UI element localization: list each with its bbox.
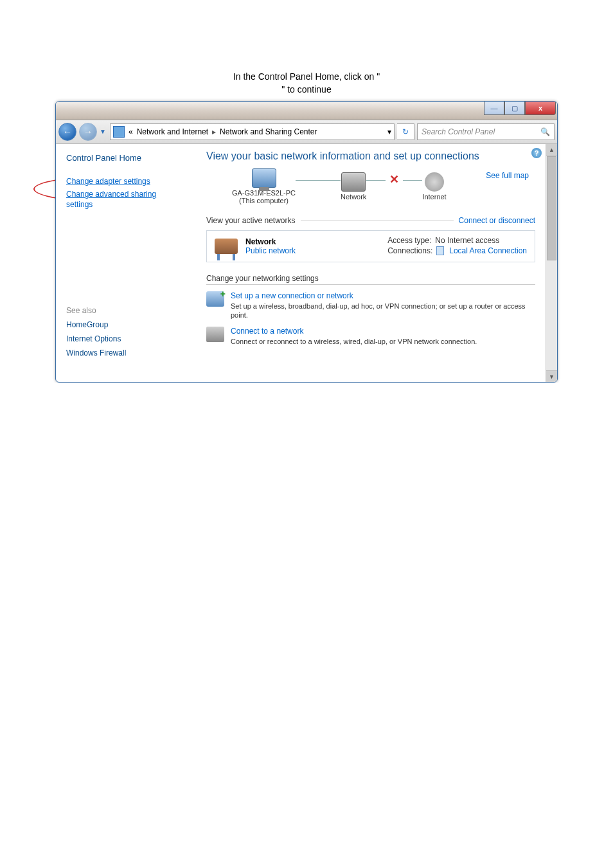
see-also-header: See also xyxy=(66,306,195,315)
network-device-icon xyxy=(341,172,366,192)
pc-icon xyxy=(252,168,276,188)
maximize-button[interactable]: ▢ xyxy=(504,102,525,115)
network-map: See full map GA-G31M-ES2L-PC (This compu… xyxy=(206,168,535,213)
change-settings-header: Change your networking settings xyxy=(206,274,535,285)
instruction-line2: " to continue xyxy=(281,84,331,95)
scroll-down-button[interactable]: ▼ xyxy=(546,370,557,382)
network-icon xyxy=(113,126,125,138)
connections-label: Connections: xyxy=(387,246,432,255)
search-input[interactable]: Search Control Panel 🔍 xyxy=(417,123,555,140)
refresh-button[interactable]: ↻ xyxy=(397,123,414,140)
nav-back-button[interactable]: ← xyxy=(58,123,76,141)
scroll-up-button[interactable]: ▲ xyxy=(546,144,557,156)
connect-disconnect-link[interactable]: Connect or disconnect xyxy=(459,216,535,225)
breadcrumb-dropdown[interactable]: ▾ xyxy=(387,127,391,136)
help-icon[interactable]: ? xyxy=(531,148,542,158)
window-buttons: — ▢ x xyxy=(484,102,556,115)
sidebar-homegroup[interactable]: HomeGroup xyxy=(66,320,195,329)
active-networks-label: View your active networks xyxy=(206,216,296,225)
setup-connection-item[interactable]: Set up a new connection or network Set u… xyxy=(206,291,535,320)
nav-forward-button[interactable]: → xyxy=(79,123,97,141)
network-type-link[interactable]: Public network xyxy=(245,246,296,255)
control-panel-home[interactable]: Control Panel Home xyxy=(66,153,195,163)
map-node-network[interactable]: Network xyxy=(341,172,366,201)
breadcrumb[interactable]: « Network and Internet ▸ Network and Sha… xyxy=(110,123,395,140)
instruction-line1: In the Control Panel Home, click on " xyxy=(233,71,380,82)
connect-network-title[interactable]: Connect to a network xyxy=(231,327,477,336)
access-type-value: No Internet access xyxy=(435,236,499,245)
setup-connection-icon xyxy=(206,291,224,307)
breadcrumb-part2[interactable]: Network and Sharing Center xyxy=(220,127,317,136)
map-line xyxy=(366,180,386,181)
nav-history-dropdown[interactable]: ▼ xyxy=(100,128,107,136)
network-card: Network Public network Access type: No I… xyxy=(206,230,535,262)
sidebar: Control Panel Home Change adapter settin… xyxy=(56,144,200,382)
connect-network-desc: Connect or reconnect to a wireless, wire… xyxy=(231,337,477,346)
connect-network-item[interactable]: Connect to a network Connect or reconnec… xyxy=(206,327,535,346)
breadcrumb-prefix: « xyxy=(129,127,133,136)
search-placeholder: Search Control Panel xyxy=(422,127,495,136)
setup-connection-desc: Set up a wireless, broadband, dial-up, a… xyxy=(231,302,535,320)
window: — ▢ x ← → ▼ « Network and Internet ▸ Net… xyxy=(55,101,558,383)
globe-icon xyxy=(425,172,444,192)
titlebar[interactable]: — ▢ x xyxy=(56,102,557,120)
map-node-pc[interactable]: GA-G31M-ES2L-PC (This computer) xyxy=(232,168,296,204)
see-full-map-link[interactable]: See full map xyxy=(486,171,529,180)
setup-connection-title[interactable]: Set up a new connection or network xyxy=(231,291,535,300)
bench-icon xyxy=(215,239,238,254)
scroll-thumb[interactable] xyxy=(547,156,556,260)
content-area: ? View your basic network information an… xyxy=(200,144,546,382)
navbar: ← → ▼ « Network and Internet ▸ Network a… xyxy=(56,120,557,144)
search-icon[interactable]: 🔍 xyxy=(540,127,550,136)
breadcrumb-part1[interactable]: Network and Internet xyxy=(137,127,208,136)
scrollbar[interactable]: ▲ ▼ xyxy=(546,144,557,382)
change-adapter-settings-link[interactable]: Change adapter settings xyxy=(66,177,195,186)
lan-icon xyxy=(436,246,444,255)
access-type-label: Access type: xyxy=(387,236,431,245)
connect-network-icon xyxy=(206,327,224,342)
change-advanced-sharing-link[interactable]: Change advanced sharing settings xyxy=(66,190,195,210)
close-button[interactable]: x xyxy=(525,102,556,115)
minimize-button[interactable]: — xyxy=(484,102,504,115)
network-name[interactable]: Network xyxy=(245,237,296,246)
map-line xyxy=(296,180,341,181)
sidebar-windows-firewall[interactable]: Windows Firewall xyxy=(66,348,195,357)
disconnect-icon: ✕ xyxy=(389,172,399,186)
sidebar-internet-options[interactable]: Internet Options xyxy=(66,334,195,343)
instruction-text: In the Control Panel Home, click on " " … xyxy=(0,71,613,96)
map-line xyxy=(403,180,422,181)
map-node-internet[interactable]: Internet xyxy=(422,172,446,201)
connection-link[interactable]: Local Area Connection xyxy=(449,246,527,255)
section-title: View your basic network information and … xyxy=(206,150,535,162)
breadcrumb-sep: ▸ xyxy=(212,127,216,136)
